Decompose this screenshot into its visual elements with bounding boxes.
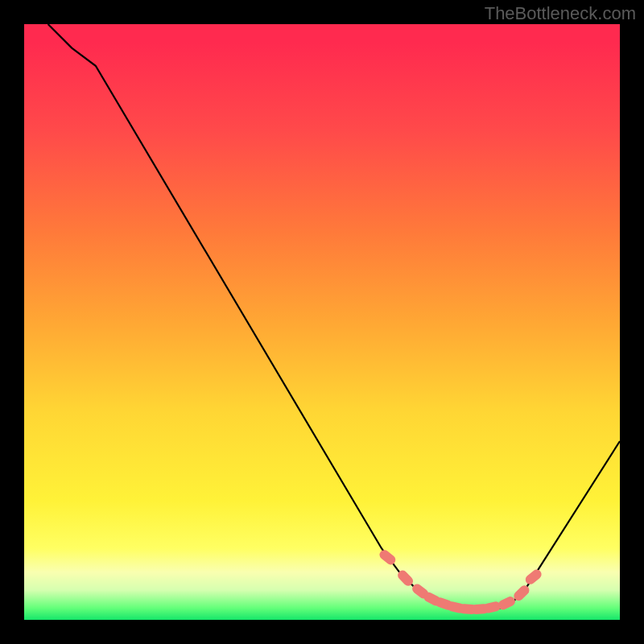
curve-marker bbox=[482, 601, 502, 613]
curve-marker bbox=[523, 568, 543, 586]
marker-group bbox=[378, 548, 543, 615]
chart-overlay bbox=[24, 24, 620, 620]
curve-marker bbox=[378, 548, 398, 567]
chart-area bbox=[24, 24, 620, 620]
bottleneck-curve bbox=[48, 24, 620, 610]
watermark-text: TheBottleneck.com bbox=[485, 3, 636, 24]
